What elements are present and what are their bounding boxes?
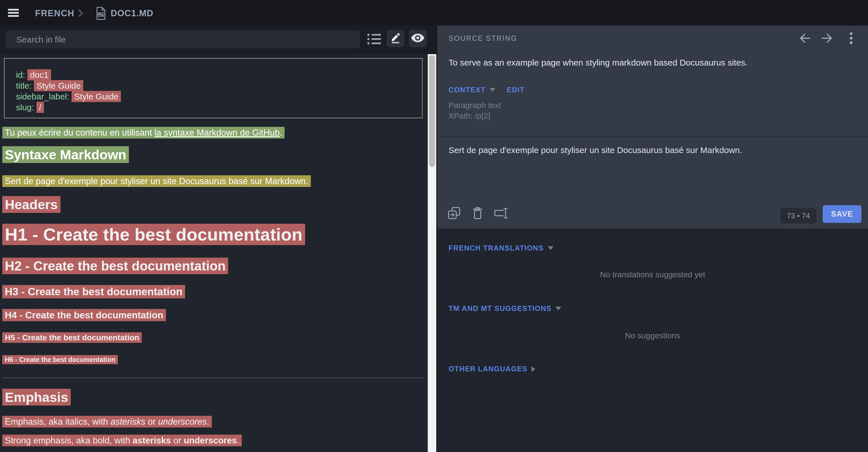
doc-string-intro[interactable]: Tu peux écrire du contenu en utilisant l… xyxy=(2,127,285,138)
edit-mode-button[interactable] xyxy=(387,30,404,47)
translation-panel: SOURCE STRING To serve as an example pag… xyxy=(436,26,868,452)
document-preview: id: doc1 title: Style Guide sidebar_labe… xyxy=(0,54,428,452)
topbar: FRENCH DOC1.MD xyxy=(0,0,868,26)
doc-paragraph-emphasis-italic: Emphasis, aka italics, with asterisks or… xyxy=(2,417,212,427)
delete-translation-button[interactable] xyxy=(471,207,485,221)
document-scrollbar-track[interactable] xyxy=(428,54,436,452)
section-label: TM AND MT SUGGESTIONS xyxy=(448,304,552,313)
next-string-button[interactable] xyxy=(820,32,834,45)
section-label: OTHER LANGUAGES xyxy=(448,365,528,373)
doc-heading-h4: H4 - Create the best documentation xyxy=(2,310,166,321)
prev-string-button[interactable] xyxy=(799,32,812,45)
context-row: CONTEXT EDIT xyxy=(448,86,525,94)
list-view-button[interactable] xyxy=(367,33,381,45)
frontmatter-block: id: doc1 title: Style Guide sidebar_labe… xyxy=(4,58,423,118)
section-tm-mt-suggestions[interactable]: TM AND MT SUGGESTIONS xyxy=(448,304,561,313)
context-xpath: XPath: /p[2] xyxy=(448,111,490,121)
char-counter: 73 • 74 xyxy=(780,208,816,223)
section-other-languages[interactable]: OTHER LANGUAGES xyxy=(448,365,535,373)
translation-editor-app: FRENCH DOC1.MD xyxy=(0,0,868,452)
section-label: FRENCH TRANSLATIONS xyxy=(448,244,544,252)
doc-string-emphasis-italic[interactable]: Emphasis, aka italics, with asterisks or… xyxy=(2,416,212,427)
doc-paragraph-emphasis-bold: Strong emphasis, aka bold, with asterisk… xyxy=(2,435,242,446)
frontmatter-key: sidebar_label: xyxy=(16,92,71,101)
arrow-right-icon xyxy=(820,32,833,45)
chevron-down-icon xyxy=(556,306,561,310)
copy-source-button[interactable] xyxy=(447,207,461,221)
horizontal-rule xyxy=(2,378,424,378)
doc-string-frontmatter-title[interactable]: Style Guide xyxy=(34,80,83,91)
translation-input[interactable]: Sert de page d'exemple pour styliser un … xyxy=(448,146,791,197)
doc-string-headers-heading[interactable]: Headers xyxy=(2,196,60,213)
chevron-right-icon xyxy=(531,366,535,372)
source-string-label: SOURCE STRING xyxy=(448,34,517,42)
doc-heading-h6: H6 - Create the best documentation xyxy=(2,356,118,364)
no-suggestions-message: No suggestions xyxy=(437,331,868,340)
arrow-left-icon xyxy=(799,32,811,45)
context-type: Paragraph text xyxy=(448,101,501,110)
markdown-file-icon xyxy=(96,7,106,21)
chevron-down-icon xyxy=(548,246,554,250)
source-string-text: To serve as an example page when styling… xyxy=(448,58,748,68)
search-toolbar xyxy=(0,26,436,54)
doc-heading-emphasis: Emphasis xyxy=(2,389,71,405)
doc-string-emphasis-heading[interactable]: Emphasis xyxy=(2,389,71,406)
doc-paragraph-selected: Sert de page d'exemple pour styliser un … xyxy=(2,176,311,186)
translation-tools xyxy=(447,207,508,221)
preview-mode-button[interactable] xyxy=(409,30,427,47)
chevron-down-icon xyxy=(490,88,495,92)
frontmatter-key: title: xyxy=(16,81,34,90)
copy-icon xyxy=(448,206,461,221)
doc-heading-headers: Headers xyxy=(2,197,60,212)
doc-string-h5[interactable]: H5 - Create the best documentation xyxy=(2,332,142,343)
doc-heading-h5: H5 - Create the best documentation xyxy=(2,333,142,342)
no-translations-message: No translations suggested yet xyxy=(437,270,868,279)
menu-button[interactable] xyxy=(8,9,19,17)
edit-context-button[interactable]: EDIT xyxy=(507,86,525,94)
doc-heading-h3: H3 - Create the best documentation xyxy=(2,286,185,298)
kebab-menu-icon xyxy=(849,32,853,45)
frontmatter-row: title: Style Guide xyxy=(16,80,422,91)
doc-string-h4[interactable]: H4 - Create the best documentation xyxy=(2,309,166,321)
frontmatter-row: id: doc1 xyxy=(16,69,422,80)
doc-paragraph-intro: Tu peux écrire du contenu en utilisant l… xyxy=(2,128,285,138)
more-options-button[interactable] xyxy=(845,32,857,45)
card-divider xyxy=(437,136,868,137)
list-icon xyxy=(367,41,381,46)
section-french-translations[interactable]: FRENCH TRANSLATIONS xyxy=(448,244,554,252)
doc-heading-h2: H2 - Create the best documentation xyxy=(2,258,228,273)
pencil-icon xyxy=(390,32,401,45)
text-field-cursor-icon xyxy=(494,207,508,220)
doc-string-frontmatter-sidebar-label[interactable]: Style Guide xyxy=(71,91,121,102)
context-toggle[interactable]: CONTEXT xyxy=(448,86,486,94)
doc-string-selected[interactable]: Sert de page d'exemple pour styliser un … xyxy=(2,175,311,187)
doc-string-h3[interactable]: H3 - Create the best documentation xyxy=(2,285,185,298)
breadcrumb-project[interactable]: FRENCH xyxy=(35,8,74,19)
source-string-card: SOURCE STRING To serve as an example pag… xyxy=(437,26,868,229)
doc-heading-h1: H1 - Create the best documentation xyxy=(2,224,305,245)
save-button[interactable]: SAVE xyxy=(823,205,862,223)
frontmatter-key: slug: xyxy=(16,103,36,112)
doc-string-h1[interactable]: H1 - Create the best documentation xyxy=(2,224,305,245)
eye-icon xyxy=(411,34,424,43)
doc-string-frontmatter-slug[interactable]: / xyxy=(36,102,44,113)
doc-string-h2[interactable]: H2 - Create the best documentation xyxy=(2,258,228,274)
search-input[interactable] xyxy=(5,31,360,49)
rename-field-button[interactable] xyxy=(494,207,508,221)
hamburger-icon xyxy=(8,13,19,18)
frontmatter-key: id: xyxy=(16,70,27,79)
frontmatter-row: slug: / xyxy=(16,102,422,113)
trash-icon xyxy=(472,206,483,221)
doc-string-emphasis-bold[interactable]: Strong emphasis, aka bold, with asterisk… xyxy=(2,434,242,446)
breadcrumb-file[interactable]: DOC1.MD xyxy=(111,8,153,19)
frontmatter-row: sidebar_label: Style Guide xyxy=(16,91,422,102)
doc-string-h6[interactable]: H6 - Create the best documentation xyxy=(2,355,118,364)
doc-string-frontmatter-id[interactable]: doc1 xyxy=(27,69,51,80)
breadcrumb-chevron-icon xyxy=(78,9,84,19)
doc-heading-syntax: Syntaxe Markdown xyxy=(2,147,129,162)
doc-link-markdown-syntax[interactable]: la syntaxe Markdown de GitHub xyxy=(154,128,279,138)
document-scrollbar-thumb[interactable] xyxy=(429,55,435,167)
doc-string-syntax-heading[interactable]: Syntaxe Markdown xyxy=(2,146,129,163)
